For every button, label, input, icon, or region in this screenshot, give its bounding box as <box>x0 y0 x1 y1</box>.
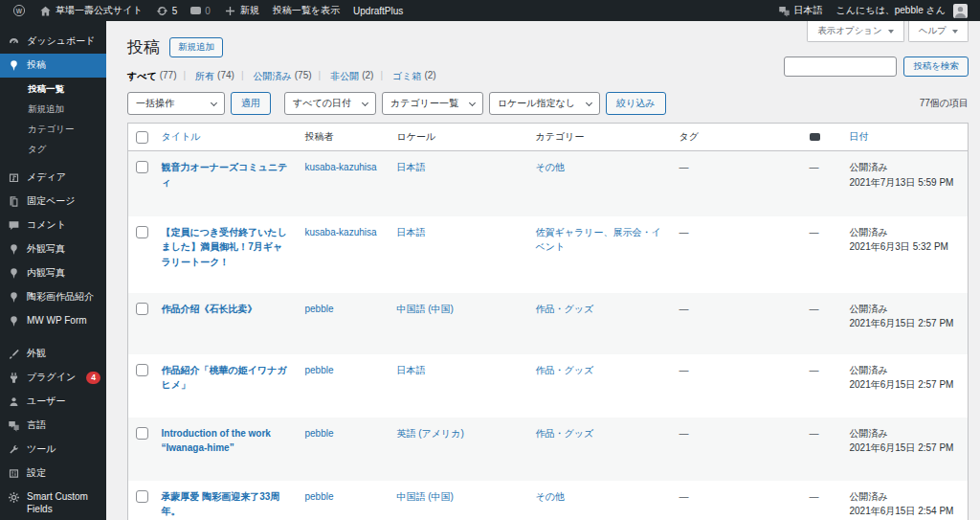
filter-button[interactable]: 絞り込み <box>606 92 665 115</box>
sidebar-item-users[interactable]: ユーザー <box>0 390 106 414</box>
apply-button[interactable]: 適用 <box>231 92 271 115</box>
bulk-actions-select[interactable]: 一括操作 <box>127 92 225 115</box>
author-link[interactable]: pebble <box>305 365 334 375</box>
category-link[interactable]: 作品・グッズ <box>536 304 594 314</box>
category-link[interactable]: 作品・グッズ <box>536 365 594 375</box>
account-menu[interactable]: こんにちは、pebble さん <box>830 0 974 21</box>
author-link[interactable]: pebble <box>305 428 334 439</box>
row-checkbox[interactable] <box>136 303 148 315</box>
locale-link[interactable]: 英語 (アメリカ) <box>397 428 464 439</box>
submenu-item-categories[interactable]: カテゴリー <box>0 120 106 140</box>
post-date: 2021年6月15日 2:57 PM <box>850 377 961 393</box>
updraftplus-menu[interactable]: UpdraftPlus <box>346 0 410 21</box>
locale-filter-select[interactable]: ロケール指定なし <box>489 92 600 115</box>
sidebar-item-settings[interactable]: 設定 <box>0 462 106 486</box>
sidebar-item-exterior-photos[interactable]: 外観写真 <box>0 237 106 261</box>
post-title-link[interactable]: 作品紹介「桃華の姫イワナガヒメ」 <box>162 365 287 391</box>
add-new-post-button[interactable]: 新規追加 <box>169 37 223 57</box>
tags-value: — <box>679 304 689 314</box>
post-title-link[interactable]: 承蒙厚爱 陶彩画迎来了33周年。 <box>162 491 280 517</box>
tags-value: — <box>679 365 689 375</box>
screen-options-button[interactable]: 表示オプション <box>807 21 904 42</box>
submenu-item-add-new[interactable]: 新規追加 <box>0 100 106 120</box>
search-posts-button[interactable]: 投稿を検索 <box>903 57 969 77</box>
category-link[interactable]: その他 <box>536 162 565 172</box>
locale-link[interactable]: 日本語 <box>397 227 426 237</box>
comments-link[interactable]: 0 <box>184 0 217 21</box>
locale-link[interactable]: 中国語 (中国) <box>397 304 454 314</box>
category-link[interactable]: 作品・グッズ <box>536 428 594 439</box>
filter-all[interactable]: すべて (77) <box>127 70 177 83</box>
new-content-link[interactable]: 新規 <box>217 0 266 21</box>
updates-link[interactable]: 5 <box>149 0 185 21</box>
row-checkbox[interactable] <box>136 490 148 503</box>
sidebar-item-label: 外観写真 <box>27 243 65 256</box>
date-filter-select[interactable]: すべての日付 <box>284 92 376 115</box>
post-status: 公開済み <box>850 489 961 505</box>
language-switcher[interactable]: 日本語 <box>771 0 830 21</box>
gear-icon <box>8 491 20 504</box>
category-link[interactable]: その他 <box>536 491 565 502</box>
site-name-link[interactable]: 草場一壽公式サイト <box>33 0 149 21</box>
post-title-link[interactable]: 【定員につき受付終了いたしました】満員御礼！7月ギャラリートーク！ <box>162 227 287 267</box>
column-header-date[interactable]: 日付 <box>842 124 969 151</box>
chevron-down-icon <box>586 99 592 105</box>
locale-link[interactable]: 日本語 <box>397 162 426 172</box>
comments-value: — <box>810 428 819 439</box>
row-checkbox[interactable] <box>136 161 148 173</box>
greeting-label: こんにちは、pebble さん <box>836 4 946 17</box>
filter-private[interactable]: 非公開 (2) <box>312 70 374 83</box>
submenu-item-all-posts[interactable]: 投稿一覧 <box>0 79 106 100</box>
sidebar-item-comments[interactable]: コメント <box>0 214 106 237</box>
author-link[interactable]: kusaba-kazuhisa <box>305 162 377 172</box>
sidebar-item-label: 陶彩画作品紹介 <box>27 291 94 304</box>
filter-published[interactable]: 公開済み (75) <box>234 70 312 83</box>
comments-value: — <box>810 491 819 502</box>
sidebar-item-languages[interactable]: 言語 <box>0 414 106 438</box>
view-posts-link[interactable]: 投稿一覧を表示 <box>266 0 346 21</box>
post-title-link[interactable]: Introduction of the work “Iwanaga-hime” <box>162 428 271 454</box>
sidebar-item-label: 内観写真 <box>27 267 65 280</box>
sidebar-item-tools[interactable]: ツール <box>0 438 106 462</box>
category-link[interactable]: 佐賀ギャラリー、展示会・イベント <box>536 227 661 253</box>
post-title-link[interactable]: 作品介绍《石长比卖》 <box>162 304 257 314</box>
table-header-row: タイトル 投稿者 ロケール カテゴリー タグ 日付 <box>128 124 969 151</box>
search-input[interactable] <box>784 57 897 77</box>
sidebar-item-label: 言語 <box>27 419 46 432</box>
chevron-down-icon <box>952 30 958 34</box>
locale-link[interactable]: 日本語 <box>397 365 426 375</box>
sidebar-item-pages[interactable]: 固定ページ <box>0 190 106 214</box>
select-all-checkbox[interactable] <box>136 131 148 144</box>
comments-icon <box>8 219 20 232</box>
posts-table: タイトル 投稿者 ロケール カテゴリー タグ 日付 観音力オーナーズコミュニティ… <box>127 123 969 520</box>
post-title-link[interactable]: 観音力オーナーズコミュニティ <box>162 162 288 188</box>
sidebar-item-label: 設定 <box>27 467 46 480</box>
sidebar-item-plugins[interactable]: プラグイン 4 <box>0 366 106 390</box>
site-name-label: 草場一壽公式サイト <box>56 4 143 17</box>
sidebar-item-mw-wp-form[interactable]: MW WP Form <box>0 309 106 333</box>
filter-mine[interactable]: 所有 (74) <box>177 70 234 83</box>
row-checkbox[interactable] <box>136 427 148 440</box>
author-link[interactable]: kusaba-kazuhisa <box>305 227 377 237</box>
admin-bar: W 草場一壽公式サイト 5 0 新規 投稿一覧を表示 <box>0 0 980 21</box>
author-link[interactable]: pebble <box>305 491 334 502</box>
row-checkbox[interactable] <box>136 364 148 376</box>
sidebar-item-appearance[interactable]: 外観 <box>0 342 106 366</box>
help-button[interactable]: ヘルプ <box>908 21 969 42</box>
sidebar-item-media[interactable]: メディア <box>0 166 106 190</box>
column-header-title[interactable]: タイトル <box>154 124 298 151</box>
locale-link[interactable]: 中国語 (中国) <box>397 491 454 502</box>
sidebar-item-smart-custom-fields[interactable]: Smart Custom Fields <box>0 486 106 520</box>
filter-trash[interactable]: ゴミ箱 (2) <box>373 70 435 83</box>
submenu-item-tags[interactable]: タグ <box>0 140 106 160</box>
sidebar-item-posts[interactable]: 投稿 <box>0 54 106 78</box>
category-filter-select[interactable]: カテゴリー一覧 <box>382 92 483 115</box>
table-row: Introduction of the work “Iwanaga-hime” … <box>128 418 969 481</box>
sidebar-item-interior-photos[interactable]: 内観写真 <box>0 261 106 285</box>
sidebar-item-artworks[interactable]: 陶彩画作品紹介 <box>0 285 106 309</box>
sidebar-item-dashboard[interactable]: ダッシュボード <box>0 30 106 54</box>
sidebar-item-label: 固定ページ <box>27 195 75 208</box>
row-checkbox[interactable] <box>136 226 148 238</box>
wordpress-logo-menu[interactable]: W <box>6 0 33 21</box>
author-link[interactable]: pebble <box>305 304 334 314</box>
